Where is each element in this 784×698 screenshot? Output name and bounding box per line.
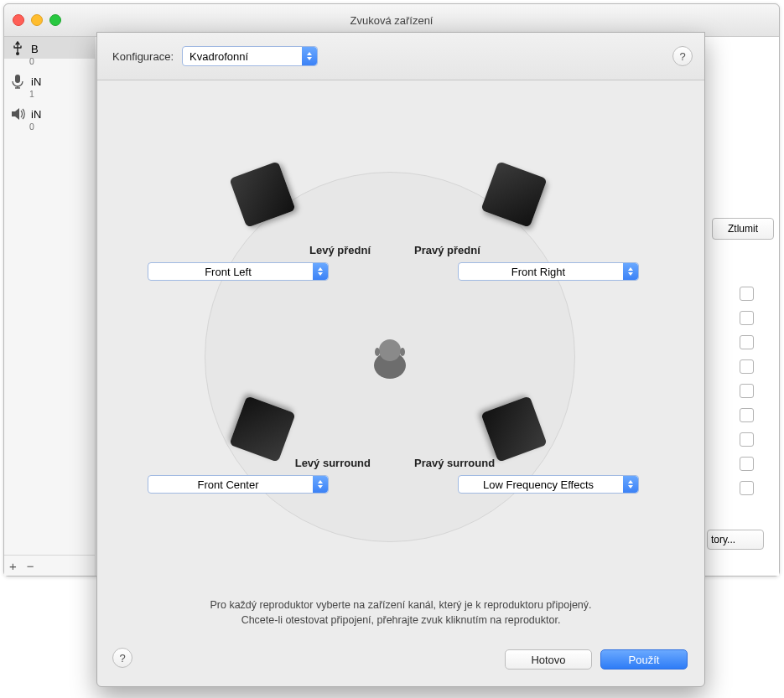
dropdown-arrows-icon <box>313 476 328 493</box>
dropdown-arrows-icon <box>623 263 638 280</box>
device-sub: 0 <box>29 122 95 132</box>
instructions: Pro každý reproduktor vyberte na zařízen… <box>97 597 704 628</box>
speaker-diagram: Levý přední Pravý přední Levý surround P… <box>97 91 704 586</box>
label-rear-right: Pravý surround <box>414 457 582 469</box>
help-button[interactable]: ? <box>672 46 693 66</box>
mute-checkbox[interactable] <box>740 311 754 325</box>
mute-checkbox[interactable] <box>740 457 754 471</box>
svg-point-3 <box>379 339 401 361</box>
mute-column-header[interactable]: Ztlumit <box>712 218 774 240</box>
dropdown-arrows-icon <box>302 47 317 65</box>
label-front-left: Levý přední <box>203 244 371 256</box>
instructions-line: Pro každý reproduktor vyberte na zařízen… <box>97 597 704 613</box>
label-rear-left: Levý surround <box>203 457 371 469</box>
done-button[interactable]: Hotovo <box>505 649 592 670</box>
svg-point-5 <box>400 348 405 356</box>
sheet-toolbar: Konfigurace: Kvadrofonní ? <box>97 33 704 80</box>
sheet-buttons: Hotovo Použít <box>505 649 688 670</box>
mute-checkbox[interactable] <box>740 335 754 349</box>
svg-point-4 <box>375 348 380 356</box>
sidebar-footer: + − <box>4 555 95 576</box>
svg-point-0 <box>16 52 19 55</box>
add-device-button[interactable]: + <box>9 559 17 573</box>
remove-device-button[interactable]: − <box>27 559 34 573</box>
config-label: Konfigurace: <box>112 50 174 63</box>
device-name: B <box>31 43 39 55</box>
speaker-rear-left[interactable] <box>236 403 297 463</box>
device-name: iN <box>31 75 41 88</box>
right-panel-fragment: Ztlumit tory... <box>709 37 779 576</box>
device-sub: 1 <box>29 89 95 99</box>
speaker-front-right[interactable] <box>488 168 548 229</box>
dropdown-arrows-icon <box>623 476 638 493</box>
usb-icon <box>9 40 26 57</box>
device-sub: 0 <box>29 56 95 66</box>
apply-button[interactable]: Použít <box>600 649 688 670</box>
svg-rect-1 <box>15 75 20 83</box>
help-button[interactable]: ? <box>112 648 132 668</box>
devices-sidebar: B 0 iN 1 iN 0 + − <box>4 37 96 576</box>
mute-checkbox[interactable] <box>740 384 754 398</box>
channel-popup-front-right[interactable]: Front Right <box>458 262 639 281</box>
speaker-config-sheet: Konfigurace: Kvadrofonní ? Levý přední P <box>96 32 705 687</box>
label-front-right: Pravý přední <box>414 244 582 256</box>
mute-checkbox[interactable] <box>740 432 754 447</box>
mute-checkboxes <box>740 287 754 495</box>
config-popup[interactable]: Kvadrofonní <box>182 46 318 66</box>
dropdown-arrows-icon <box>313 263 328 280</box>
device-name: iN <box>31 108 41 121</box>
mute-checkbox[interactable] <box>740 481 754 495</box>
speaker-front-left[interactable] <box>236 168 297 229</box>
listener-icon <box>372 332 408 382</box>
channel-popup-rear-left[interactable]: Front Center <box>148 475 329 494</box>
channel-popup-front-left[interactable]: Front Left <box>148 262 329 281</box>
configure-speakers-button-fragment[interactable]: tory... <box>707 530 764 550</box>
mute-checkbox[interactable] <box>740 359 754 374</box>
mic-icon <box>9 73 26 90</box>
window-title: Zvuková zařízení <box>4 14 779 27</box>
mute-checkbox[interactable] <box>740 408 754 422</box>
speaker-rear-right[interactable] <box>488 403 548 463</box>
channel-popup-rear-right[interactable]: Low Frequency Effects <box>458 475 639 494</box>
speaker-icon <box>9 106 26 122</box>
config-value: Kvadrofonní <box>190 50 248 63</box>
mute-checkbox[interactable] <box>740 287 754 301</box>
instructions-line: Chcete-li otestovat připojení, přehrajte… <box>97 613 704 628</box>
